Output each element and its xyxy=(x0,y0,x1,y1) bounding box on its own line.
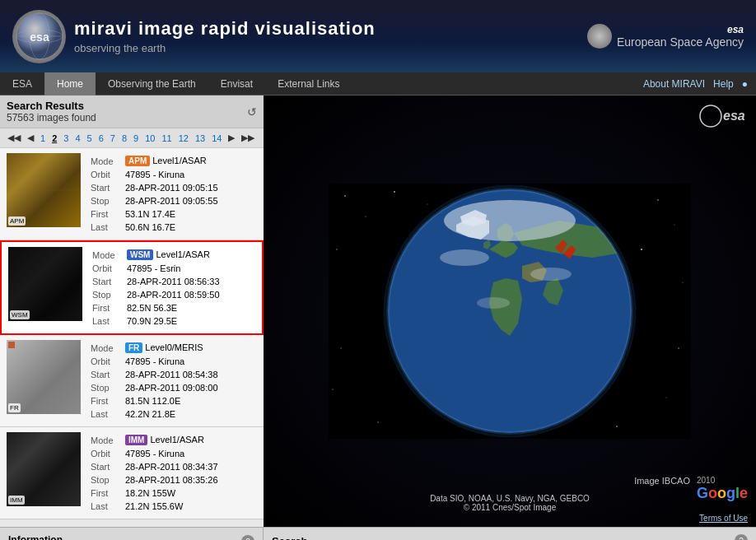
page-14[interactable]: 14 xyxy=(209,133,224,144)
result-item-3[interactable]: FR ModeFRLevel0/MERIS Orbit47895 - Kirun… xyxy=(0,335,264,427)
page-next-icon[interactable]: ▶ xyxy=(226,132,237,144)
svg-point-29 xyxy=(616,426,618,427)
nav-observing[interactable]: Observing the Earth xyxy=(96,72,208,95)
page-3[interactable]: 3 xyxy=(61,133,71,144)
pagination: ◀◀ ◀ 1 2 3 4 5 6 7 8 9 10 11 12 13 14 ▶ … xyxy=(0,128,264,148)
svg-point-33 xyxy=(440,249,489,266)
svg-point-27 xyxy=(666,398,667,398)
nav-help-icon: ● xyxy=(742,78,748,90)
bottom-area: Information ? Processed by PDHS-E MERIDI… xyxy=(0,527,756,540)
svg-point-24 xyxy=(340,347,341,348)
search-results-title: Search Results xyxy=(7,100,96,112)
data-credit: Data SIO, NOAA, U.S. Navy, NGA, GEBCO © … xyxy=(430,494,590,512)
result-item-4[interactable]: IMM ModeIMMLevel1/ASAR Orbit47895 - Kiru… xyxy=(0,427,264,519)
svg-point-23 xyxy=(683,282,684,283)
page-4[interactable]: 4 xyxy=(72,133,82,144)
miravi-branding: miravi image rapid visualisation observi… xyxy=(74,18,376,54)
result-info-3: ModeFRLevel0/MERIS Orbit47895 - Kiruna S… xyxy=(87,340,257,421)
info-panel: Information ? Processed by PDHS-E MERIDI… xyxy=(0,527,264,540)
info-title: Information xyxy=(8,534,63,540)
page-5[interactable]: 5 xyxy=(85,133,95,144)
svg-point-22 xyxy=(641,249,642,250)
esa-logo: esa xyxy=(12,10,66,63)
result-info-1: ModeAPMLevel1/ASAR Orbit47895 - Kiruna S… xyxy=(87,153,257,235)
refresh-icon[interactable]: ↺ xyxy=(247,105,257,119)
svg-point-17 xyxy=(394,191,395,193)
search-results-title-group: Search Results 57563 images found xyxy=(7,100,96,123)
page-first-icon[interactable]: ◀◀ xyxy=(5,132,23,144)
result-item-2[interactable]: WSM ModeWSMLevel1/ASAR Orbit47895 - Esri… xyxy=(0,240,264,335)
search-panel-header: Search ? xyxy=(272,534,748,540)
terms-of-use-link[interactable]: Terms of Use xyxy=(699,514,748,523)
page-10[interactable]: 10 xyxy=(142,133,157,144)
page-11[interactable]: 11 xyxy=(159,133,174,144)
svg-point-15 xyxy=(344,195,346,197)
nav-external[interactable]: External Links xyxy=(265,72,352,95)
page-prev-icon[interactable]: ◀ xyxy=(25,132,36,144)
right-panel: esa xyxy=(264,95,756,527)
header-logo: esa miravi image rapid visualisation obs… xyxy=(12,10,376,63)
search-panel-title: Search xyxy=(272,535,307,541)
result-info-4: ModeIMMLevel1/ASAR Orbit47895 - Kiruna S… xyxy=(87,432,257,514)
search-panel: Search ? MERIS MERIS Full Resolution Ima… xyxy=(264,527,756,540)
info-help-icon[interactable]: ? xyxy=(241,535,254,540)
svg-point-25 xyxy=(332,389,333,389)
miravi-subtitle: observing the earth xyxy=(74,42,376,54)
svg-text:esa: esa xyxy=(30,30,49,44)
svg-point-20 xyxy=(657,199,659,201)
image-credit: Image IBCAO xyxy=(634,476,690,486)
svg-point-21 xyxy=(674,224,674,225)
result-thumb-1: APM xyxy=(7,153,81,227)
svg-point-19 xyxy=(336,249,337,249)
page-12[interactable]: 12 xyxy=(176,133,191,144)
esa-small-logo xyxy=(587,24,612,49)
search-results-header: Search Results 57563 images found ↺ xyxy=(0,95,264,128)
left-panel: Search Results 57563 images found ↺ ◀◀ ◀… xyxy=(0,95,264,527)
globe-area: esa xyxy=(264,95,756,527)
page-6[interactable]: 6 xyxy=(96,133,106,144)
svg-point-16 xyxy=(365,216,366,216)
page-8[interactable]: 8 xyxy=(119,133,129,144)
result-thumb-2: WSM xyxy=(8,247,82,321)
nav-home[interactable]: Home xyxy=(44,72,96,95)
svg-point-34 xyxy=(530,268,572,281)
result-thumb-3: FR xyxy=(7,340,81,414)
nav-help[interactable]: Help xyxy=(713,78,734,90)
header: esa miravi image rapid visualisation obs… xyxy=(0,0,756,72)
svg-rect-9 xyxy=(8,342,15,348)
svg-point-35 xyxy=(477,297,510,309)
page-7[interactable]: 7 xyxy=(108,133,118,144)
svg-point-32 xyxy=(444,200,576,241)
nav-about-miravi[interactable]: About MIRAVI xyxy=(643,78,705,90)
result-item-1[interactable]: APM ModeAPMLevel1/ASAR Orbit47895 - Kiru… xyxy=(0,148,264,240)
result-info-2: ModeWSMLevel1/ASAR Orbit47895 - Esrin St… xyxy=(89,247,255,328)
globe-svg xyxy=(329,184,691,439)
navbar: ESA Home Observing the Earth Envisat Ext… xyxy=(0,72,756,95)
svg-point-11 xyxy=(700,105,721,127)
esa-agency-branding: esa European Space Agency xyxy=(587,24,744,49)
google-watermark: 2010 Google xyxy=(697,476,748,502)
page-9[interactable]: 9 xyxy=(131,133,141,144)
svg-text:esa: esa xyxy=(723,109,745,123)
page-2-current[interactable]: 2 xyxy=(49,133,59,144)
search-results-count: 57563 images found xyxy=(7,112,96,123)
miravi-title: miravi image rapid visualisation xyxy=(74,18,376,40)
svg-point-28 xyxy=(377,421,378,422)
svg-point-18 xyxy=(427,204,428,205)
page-1[interactable]: 1 xyxy=(38,133,48,144)
result-thumb-4: IMM xyxy=(7,432,81,506)
nav-right: About MIRAVI Help ● xyxy=(643,78,756,90)
nav-envisat[interactable]: Envisat xyxy=(208,72,265,95)
esa-agency-label: European Space Agency xyxy=(617,35,744,49)
globe-esa-logo: esa xyxy=(698,104,748,131)
page-last-icon[interactable]: ▶▶ xyxy=(239,132,257,144)
page-13[interactable]: 13 xyxy=(193,133,208,144)
svg-point-26 xyxy=(678,347,679,349)
nav-esa[interactable]: ESA xyxy=(0,72,44,95)
esa-right-logo: esa European Space Agency xyxy=(587,24,744,49)
main-content: Search Results 57563 images found ↺ ◀◀ ◀… xyxy=(0,95,756,527)
search-help-icon[interactable]: ? xyxy=(735,534,748,540)
